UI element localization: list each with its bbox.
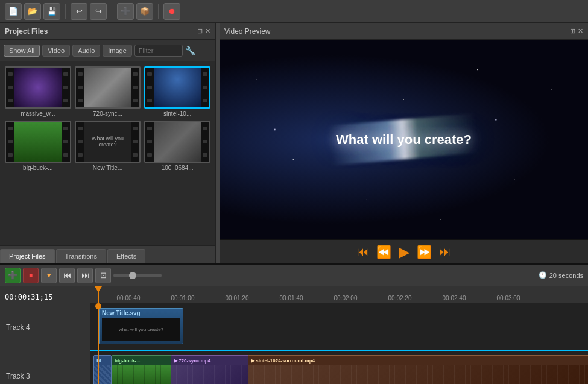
media-item-720sync[interactable]: 720-sync... (75, 66, 141, 117)
media-item-massive[interactable]: massive_w... (5, 66, 71, 117)
play-button[interactable]: ▶ (399, 244, 409, 260)
film-hole (133, 86, 138, 89)
video-filter-button[interactable]: Video (42, 45, 70, 57)
export-button[interactable]: 📦 (136, 3, 153, 20)
filmstrip-right-3 (201, 68, 209, 107)
fast-forward-button[interactable]: ⏩ (417, 245, 432, 259)
clock-icon: 🕐 (539, 271, 547, 279)
clip-720sync[interactable]: ▶ 720-sync.mp4 (171, 355, 249, 384)
jump-end-tl-button[interactable]: ⏭ (77, 268, 93, 283)
redo-button[interactable]: ↪ (90, 3, 107, 20)
clip-sintel[interactable]: ▶ sintel-1024-surround.mp4 (248, 355, 588, 384)
filmstrip-left-1 (6, 68, 14, 107)
close-icon[interactable]: ✕ (205, 27, 210, 35)
media-thumb-sintel (144, 66, 210, 109)
track-3-content[interactable]: m big-buck-... ▶ 720-sync.mp4 (90, 351, 588, 384)
maximize-icon[interactable]: ⊞ (197, 27, 203, 35)
clip-newtitle[interactable]: New Title.svg what will you create? (99, 308, 183, 344)
playhead-track4 (98, 303, 99, 351)
ruler-time-3: 00:01:20 (226, 295, 249, 301)
clip-bigbuck-header: big-buck-... (112, 356, 171, 365)
filmstrip-left-4 (6, 122, 14, 162)
save-button[interactable]: 💾 (43, 3, 60, 20)
filter-bar: Show All Video Audio Image 🔧 (0, 40, 215, 61)
film-hole (133, 72, 138, 76)
film-hole (133, 99, 138, 102)
film-hole (147, 153, 152, 157)
media-item-sintel[interactable]: sintel-10... (144, 66, 210, 117)
playhead-triangle (95, 286, 102, 292)
media-thumb-100068 (144, 121, 210, 163)
new-button[interactable]: 📄 (5, 3, 22, 20)
track-3-label: Track 3 (0, 351, 90, 384)
film-hole (63, 153, 68, 157)
zoom-thumb (129, 272, 136, 279)
track-3-name: Track 3 (6, 372, 30, 380)
filmstrip-right-1 (62, 68, 70, 107)
import-button[interactable]: ➕ (117, 3, 134, 20)
add-track-button[interactable]: ➕ (5, 268, 21, 283)
rewind-button[interactable]: ⏪ (376, 245, 391, 259)
media-label-newtitle: New Title... (75, 165, 141, 171)
filter-button[interactable]: ▾ (41, 268, 57, 283)
undo-button[interactable]: ↩ (71, 3, 87, 20)
timeline-toolbar: ➕ ■ ▾ ⏮ ⏭ ⊡ 🕐 20 seconds (0, 265, 588, 286)
close-preview-icon[interactable]: ✕ (578, 27, 583, 35)
jump-to-end-button[interactable]: ⏭ (439, 245, 451, 259)
media-item-100068[interactable]: 100_0684... (144, 121, 210, 171)
clip-m[interactable]: m (93, 355, 112, 384)
track-4-label: Track 4 (0, 303, 90, 351)
image-filter-button[interactable]: Image (103, 45, 132, 57)
toolbar-separator-3 (158, 4, 159, 19)
jump-start-tl-button[interactable]: ⏮ (59, 268, 75, 283)
media-label-massive: massive_w... (5, 110, 71, 117)
timeline-duration: 🕐 20 seconds (539, 271, 583, 279)
media-thumb-bigbuck (5, 121, 71, 163)
film-hole (78, 86, 83, 89)
film-hole (203, 153, 207, 157)
media-item-newtitle[interactable]: What will you create? New Title... (75, 121, 141, 171)
film-hole (133, 153, 138, 157)
media-thumb-massive (5, 66, 71, 109)
video-preview-title: Video Preview (224, 27, 271, 36)
audio-filter-button[interactable]: Audio (72, 45, 100, 57)
tab-project-files[interactable]: Project Files (0, 249, 55, 263)
film-hole (78, 127, 83, 130)
film-hole (78, 140, 83, 143)
thumb-content-newtitle: What will you create? (84, 122, 131, 162)
film-hole (8, 86, 13, 89)
snap-button[interactable]: ⊡ (95, 268, 111, 283)
record-button[interactable]: ⏺ (163, 3, 180, 20)
filter-input[interactable] (134, 45, 183, 57)
filter-clear-button[interactable]: 🔧 (185, 46, 195, 55)
track-4-content[interactable]: New Title.svg what will you create? (90, 303, 588, 351)
clip-m-pattern (94, 365, 111, 384)
maximize-preview-icon[interactable]: ⊞ (570, 27, 575, 35)
tab-effects[interactable]: Effects (107, 249, 145, 263)
playback-controls: ⏮ ⏪ ▶ ⏩ ⏭ (220, 239, 588, 263)
media-label-100068: 100_0684... (144, 165, 210, 171)
track-3: Track 3 m big-buck-... (0, 351, 588, 384)
show-all-button[interactable]: Show All (4, 45, 40, 57)
clip-title-thumb: what will you create? (102, 318, 180, 341)
clip-720sync-body (171, 365, 248, 384)
clip-720sync-lines (171, 365, 248, 384)
media-item-bigbuck[interactable]: big-buck-... (5, 121, 71, 171)
zoom-slider[interactable] (113, 274, 162, 277)
clip-bigbuck-lines (112, 365, 171, 384)
clip-sintel-header: ▶ sintel-1024-surround.mp4 (248, 356, 588, 365)
clip-bigbuck[interactable]: big-buck-... (112, 355, 172, 384)
filmstrip-left-6 (145, 122, 154, 162)
ruler-time-8: 00:03:00 (497, 295, 520, 301)
clip-bigbuck-body (112, 365, 171, 384)
current-time: 00:00:31;15 (5, 293, 52, 301)
jump-to-start-button[interactable]: ⏮ (357, 245, 369, 259)
remove-track-button[interactable]: ■ (23, 268, 39, 283)
film-hole (203, 86, 207, 89)
tab-transitions[interactable]: Transitions (56, 249, 106, 263)
bottom-tabs: Project Files Transitions Effects (0, 245, 215, 263)
thumb-content-sintel (154, 68, 201, 107)
ruler-time-2: 00:01:00 (171, 295, 195, 301)
video-preview-header-icons: ⊞ ✕ (570, 27, 583, 35)
open-button[interactable]: 📂 (24, 3, 41, 20)
